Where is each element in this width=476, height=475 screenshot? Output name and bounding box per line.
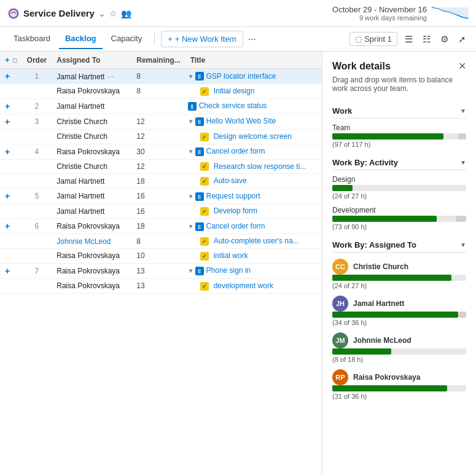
add-child-icon[interactable]: + bbox=[5, 266, 10, 276]
add-child-icon[interactable]: + bbox=[5, 221, 10, 231]
order-cell: 2 bbox=[22, 98, 52, 114]
assigned-to-cell: Jamal Hartnett··· bbox=[52, 69, 131, 84]
table-row: Raisa Pokrovskaya8✓Initial design bbox=[0, 84, 322, 99]
development-bar-caption: (73 of 90 h) bbox=[332, 223, 466, 230]
assigned-to-name[interactable]: Johnnie McLeod bbox=[57, 237, 111, 246]
nav-right-actions: ◌ Sprint 1 ☰ ☷ ⚙ ➚ bbox=[349, 31, 469, 47]
task-icon: ✓ bbox=[200, 252, 209, 261]
title-cell: ✓initial work bbox=[185, 248, 322, 263]
parent-work-item-title[interactable]: Request support bbox=[206, 192, 260, 200]
filter-icon[interactable]: ☷ bbox=[420, 31, 433, 47]
title-cell: ▼Hello World Web Site bbox=[185, 114, 322, 129]
parent-work-item-title[interactable]: Cancel order form bbox=[206, 222, 265, 230]
assigned-to-cell: Jamal Hartnett bbox=[52, 174, 131, 189]
collapse-button[interactable]: ▼ bbox=[188, 118, 194, 125]
child-work-item-title[interactable]: Auto-save bbox=[211, 176, 247, 185]
person-bar-caption: (34 of 36 h) bbox=[332, 319, 466, 326]
table-row: Johnnie McLeod8✓Auto-complete user's na.… bbox=[0, 234, 322, 249]
team-bar-fill bbox=[332, 133, 443, 139]
parent-work-item-title[interactable]: Hello World Web Site bbox=[206, 117, 276, 125]
filter-options-icon[interactable]: ☰ bbox=[402, 31, 415, 47]
sprint-selector[interactable]: ◌ Sprint 1 bbox=[349, 32, 397, 46]
title-cell: ▼Cancel order form bbox=[185, 219, 322, 234]
remaining-cell: 12 bbox=[131, 159, 185, 174]
person-bar-container bbox=[332, 312, 466, 318]
order-cell bbox=[22, 204, 52, 219]
backlog-table: + □ Order Assigned To Remaining... Title… bbox=[0, 52, 322, 294]
work-by-assigned-to-section-header[interactable]: Work By: Assigned To ▼ bbox=[332, 237, 466, 253]
child-work-item-title[interactable]: Initial design bbox=[211, 87, 255, 95]
collapse-button[interactable]: ▼ bbox=[188, 193, 194, 200]
row-more-button[interactable]: ··· bbox=[107, 71, 114, 81]
project-name: Service Delivery bbox=[23, 8, 95, 18]
child-work-item-title[interactable]: Develop form bbox=[211, 206, 257, 215]
nav-tabs: Taskboard Backlog Capacity + + New Work … bbox=[0, 27, 476, 52]
design-bar-label: Design bbox=[332, 175, 466, 184]
order-cell bbox=[22, 84, 52, 99]
add-child-icon[interactable]: + bbox=[5, 117, 10, 127]
task-icon: ✓ bbox=[200, 87, 209, 96]
assigned-to-cell: Raisa Pokrovskaya bbox=[52, 84, 131, 99]
parent-work-item-title[interactable]: Cancel order form bbox=[206, 147, 265, 155]
assigned-to-cell: Raisa Pokrovskaya bbox=[52, 263, 131, 278]
add-child-icon[interactable]: + bbox=[5, 101, 10, 111]
add-child-icon[interactable]: + bbox=[5, 71, 10, 81]
team-members-icon[interactable]: 👥 bbox=[121, 9, 131, 18]
order-cell bbox=[22, 129, 52, 144]
table-row: +5Jamal Hartnett16▼Request support bbox=[0, 189, 322, 204]
collapse-button[interactable]: ▼ bbox=[188, 148, 194, 155]
child-work-item-title[interactable]: initial work bbox=[211, 251, 248, 260]
add-row-icon[interactable]: + bbox=[5, 55, 10, 65]
child-work-item-title[interactable]: Auto-complete user's na... bbox=[211, 237, 299, 245]
assigned-to-column-header: Assigned To bbox=[52, 52, 131, 69]
more-options-button[interactable]: ··· bbox=[246, 31, 259, 47]
child-work-item-title[interactable]: development work bbox=[211, 281, 273, 290]
new-work-item-button[interactable]: + + New Work Item bbox=[161, 31, 243, 47]
collapse-button[interactable]: ▼ bbox=[188, 267, 194, 274]
expand-icon[interactable]: ➚ bbox=[456, 31, 469, 47]
tab-taskboard[interactable]: Taskboard bbox=[7, 29, 57, 49]
tab-capacity[interactable]: Capacity bbox=[105, 29, 149, 49]
add-child-icon[interactable]: + bbox=[5, 191, 10, 201]
row-checkbox-cell bbox=[0, 278, 22, 293]
toggle-all-icon[interactable]: □ bbox=[13, 57, 17, 64]
tab-backlog[interactable]: Backlog bbox=[59, 29, 103, 49]
task-icon: ✓ bbox=[200, 162, 209, 171]
work-team-section: Team (97 of 117 h) bbox=[332, 124, 466, 148]
child-work-item-title[interactable]: Design welcome screen bbox=[211, 132, 292, 141]
row-checkbox-cell bbox=[0, 159, 22, 174]
parent-work-item-title[interactable]: Check service status bbox=[199, 101, 267, 110]
collapse-button[interactable]: ▼ bbox=[188, 223, 194, 230]
close-panel-button[interactable]: ✕ bbox=[458, 60, 466, 72]
favorite-star-icon[interactable]: ☆ bbox=[109, 9, 117, 18]
settings-icon[interactable]: ⚙ bbox=[438, 31, 451, 47]
add-child-icon[interactable]: + bbox=[5, 147, 10, 157]
work-by-activity-section-header[interactable]: Work By: Activity ▼ bbox=[332, 154, 466, 170]
person-bar-fill bbox=[332, 275, 451, 281]
collapse-button[interactable]: ▼ bbox=[188, 73, 194, 80]
person-avatar: RP bbox=[332, 369, 348, 385]
parent-work-item-title[interactable]: Phone sign in bbox=[206, 266, 251, 275]
assigned-to-cell: Jamal Hartnett bbox=[52, 189, 131, 204]
parent-work-item-title[interactable]: GSP locator interface bbox=[206, 72, 276, 80]
assigned-to-name: Christie Church bbox=[57, 162, 107, 171]
order-cell bbox=[22, 248, 52, 263]
team-bar-container bbox=[332, 133, 466, 139]
team-bar-overflow bbox=[458, 133, 466, 139]
panel-header: Work details ✕ bbox=[332, 60, 466, 72]
story-icon bbox=[195, 117, 204, 126]
backlog-area: + □ Order Assigned To Remaining... Title… bbox=[0, 52, 322, 475]
top-bar-right: October 29 - November 16 9 work days rem… bbox=[332, 5, 469, 22]
chevron-down-icon[interactable]: ⌄ bbox=[98, 9, 106, 18]
project-icon bbox=[7, 7, 20, 20]
remaining-cell: 18 bbox=[131, 174, 185, 189]
remaining-cell: 8 bbox=[131, 84, 185, 99]
work-section-header[interactable]: Work ▼ bbox=[332, 103, 466, 119]
main-content: + □ Order Assigned To Remaining... Title… bbox=[0, 52, 476, 475]
child-work-item-title[interactable]: Research slow response ti... bbox=[211, 162, 306, 171]
table-row: Jamal Hartnett16✓Develop form bbox=[0, 204, 322, 219]
person-bar-container bbox=[332, 348, 466, 355]
row-checkbox-cell bbox=[0, 204, 22, 219]
work-by-activity-label: Work By: Activity bbox=[332, 158, 398, 167]
remaining-cell: 13 bbox=[131, 263, 185, 278]
